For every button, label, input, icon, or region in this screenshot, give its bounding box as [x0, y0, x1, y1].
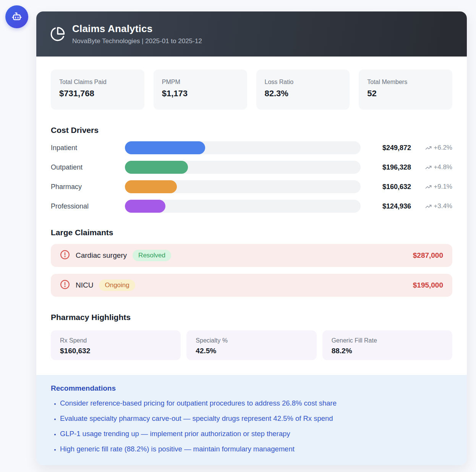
driver-trend: +9.1%	[411, 183, 452, 191]
kpi-total-members: Total Members 52	[359, 70, 452, 110]
driver-label: Inpatient	[51, 144, 125, 152]
pharmacy-card-generic-fill-rate: Generic Fill Rate 88.2%	[322, 330, 452, 360]
trending-up-icon	[425, 203, 432, 210]
driver-trend: +4.8%	[411, 163, 452, 171]
alert-circle-icon	[60, 250, 70, 261]
pharmacy-highlights-section: Pharmacy Highlights Rx Spend $160,632 Sp…	[51, 313, 452, 360]
status-badge: Resolved	[133, 250, 171, 261]
kpi-loss-ratio: Loss Ratio 82.3%	[256, 70, 350, 110]
trending-up-icon	[425, 145, 432, 151]
trending-up-icon	[425, 164, 432, 171]
recommendation-item: High generic fill rate (88.2%) is positi…	[60, 444, 452, 454]
driver-bar-track	[125, 161, 361, 174]
driver-bar-fill	[125, 141, 205, 154]
recommendations-list: Consider reference-based pricing for out…	[51, 398, 452, 454]
driver-amount: $196,328	[361, 163, 411, 171]
kpi-label: Total Members	[367, 79, 444, 86]
status-badge: Ongoing	[99, 280, 135, 291]
driver-amount: $249,872	[361, 144, 411, 152]
pharmacy-card-label: Rx Spend	[60, 337, 172, 344]
pharmacy-cards-row: Rx Spend $160,632 Specialty % 42.5% Gene…	[51, 330, 452, 360]
kpi-row: Total Claims Paid $731,768 PMPM $1,173 L…	[51, 70, 452, 110]
page-title: Claims Analytics	[72, 23, 202, 35]
driver-bar-fill	[125, 200, 165, 213]
kpi-label: PMPM	[162, 79, 239, 86]
alert-circle-icon	[60, 280, 70, 291]
pharmacy-card-value: 42.5%	[196, 347, 307, 355]
recommendations-title: Recommendations	[51, 384, 452, 393]
recommendation-item: GLP-1 usage trending up — implement prio…	[60, 428, 452, 439]
claimant-name: NICU	[76, 281, 93, 289]
driver-trend-value: +4.8%	[434, 163, 452, 171]
kpi-value: $731,768	[59, 89, 136, 99]
driver-label: Outpatient	[51, 163, 125, 171]
driver-bar-fill	[125, 180, 177, 193]
large-claimants-section: Large Claimants Cardiac surgery Resolved…	[51, 228, 452, 297]
driver-trend-value: +9.1%	[434, 183, 452, 191]
pharmacy-card-value: $160,632	[60, 347, 172, 355]
cost-drivers-section: Cost Drivers Inpatient $249,872 +6.2% Ou…	[51, 126, 452, 213]
driver-row-inpatient: Inpatient $249,872 +6.2%	[51, 141, 452, 154]
recommendation-item: Evaluate specialty pharmacy carve-out — …	[60, 413, 452, 424]
section-title-pharmacy-highlights: Pharmacy Highlights	[51, 313, 452, 322]
driver-row-pharmacy: Pharmacy $160,632 +9.1%	[51, 180, 452, 193]
claimant-amount: $287,000	[413, 251, 443, 260]
driver-trend-value: +3.4%	[434, 202, 452, 210]
trending-up-icon	[425, 184, 432, 190]
card-header: Claims Analytics NovaByte Technologies |…	[36, 11, 467, 57]
driver-label: Pharmacy	[51, 183, 125, 191]
claims-analytics-card: Claims Analytics NovaByte Technologies |…	[36, 11, 467, 465]
kpi-total-claims-paid: Total Claims Paid $731,768	[51, 70, 144, 110]
page-subtitle: NovaByte Technologies | 2025-01 to 2025-…	[72, 37, 202, 45]
driver-bar-track	[125, 200, 361, 213]
assistant-avatar-button[interactable]	[5, 5, 28, 28]
claimant-name: Cardiac surgery	[76, 251, 127, 260]
driver-row-professional: Professional $124,936 +3.4%	[51, 200, 452, 213]
pharmacy-card-label: Generic Fill Rate	[332, 337, 443, 344]
pharmacy-card-label: Specialty %	[196, 337, 307, 344]
claimant-amount: $195,000	[413, 281, 443, 289]
robot-icon	[11, 11, 23, 23]
claimant-row-nicu: NICU Ongoing $195,000	[51, 274, 452, 297]
card-body: Total Claims Paid $731,768 PMPM $1,173 L…	[36, 57, 467, 375]
claimant-row-cardiac-surgery: Cardiac surgery Resolved $287,000	[51, 244, 452, 267]
section-title-large-claimants: Large Claimants	[51, 228, 452, 237]
driver-trend-value: +6.2%	[434, 144, 452, 152]
kpi-value: $1,173	[162, 89, 239, 99]
kpi-value: 82.3%	[265, 89, 342, 99]
recommendations-panel: Recommendations Consider reference-based…	[36, 375, 467, 465]
kpi-value: 52	[367, 89, 444, 99]
recommendation-item: Consider reference-based pricing for out…	[60, 398, 452, 408]
driver-trend: +6.2%	[411, 144, 452, 152]
driver-row-outpatient: Outpatient $196,328 +4.8%	[51, 161, 452, 174]
pharmacy-card-rx-spend: Rx Spend $160,632	[51, 330, 181, 360]
driver-bar-track	[125, 180, 361, 193]
section-title-cost-drivers: Cost Drivers	[51, 126, 452, 135]
pharmacy-card-value: 88.2%	[332, 347, 443, 355]
pharmacy-card-specialty-pct: Specialty % 42.5%	[186, 330, 316, 360]
kpi-pmpm: PMPM $1,173	[154, 70, 247, 110]
driver-trend: +3.4%	[411, 202, 452, 210]
kpi-label: Total Claims Paid	[59, 79, 136, 86]
driver-label: Professional	[51, 202, 125, 210]
driver-bar-fill	[125, 161, 188, 174]
driver-amount: $124,936	[361, 202, 411, 210]
driver-bar-track	[125, 141, 361, 154]
pie-chart-icon	[50, 26, 65, 42]
kpi-label: Loss Ratio	[265, 79, 342, 86]
driver-amount: $160,632	[361, 183, 411, 191]
